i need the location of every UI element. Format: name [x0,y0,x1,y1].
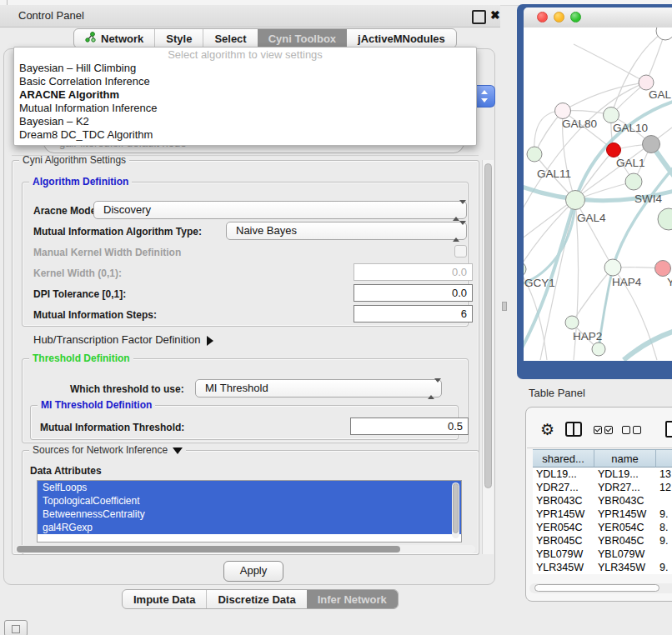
apply-button[interactable]: Apply [223,561,283,582]
mi-algorithm-type-value: Naive Bayes [236,222,297,239]
list-vertical-scrollbar[interactable] [452,482,459,538]
column-header-name[interactable]: name [594,449,656,468]
network-node[interactable] [656,28,672,40]
file-icon[interactable] [665,421,672,438]
network-node[interactable] [527,147,542,162]
select-all-icon[interactable] [604,426,613,434]
tab-network[interactable]: Network [74,29,154,48]
network-node-labels: GAL GAL80 GAL10 GAL1 GAL11 SWI4 GAL4 GCY… [524,88,672,342]
scrollbar-thumb[interactable] [17,546,400,552]
dropdown-item[interactable]: Basic Correlation Inference [14,75,476,88]
tab-impute-data[interactable]: Impute Data [123,590,206,608]
deselect-all-icon[interactable] [622,426,630,434]
tab-cyni-toolbox[interactable]: Cyni Toolbox [258,29,347,48]
columns-icon[interactable] [565,422,582,437]
table-toolbar: ⚙ [527,412,672,448]
node-label: GAL [649,88,672,101]
data-attributes-list[interactable]: SelfLoops TopologicalCoefficient Between… [37,480,462,542]
which-threshold-label: Which threshold to use: [70,383,184,395]
which-threshold-value: MI Threshold [205,380,268,397]
network-node[interactable] [565,316,579,329]
network-node[interactable] [658,208,672,230]
network-node[interactable] [604,108,619,123]
node-label: GAL10 [613,122,648,134]
mi-algorithm-type-combo[interactable]: Naive Bayes [226,222,467,240]
application-screen: Control Panel ✖ Network Style Select Cyn… [0,0,672,635]
algorithm-combo-button[interactable] [475,85,495,108]
window-minimize-button[interactable] [554,12,564,22]
data-attributes-label: Data Attributes [30,465,102,477]
aracne-mode-combo[interactable]: Discovery [93,201,467,219]
network-node[interactable] [625,173,642,190]
table-horizontal-scrollbar[interactable] [529,583,672,593]
network-node-selected[interactable] [607,143,621,158]
dropdown-item[interactable]: Bayesian – Hill Climbing [14,62,476,75]
dropdown-item[interactable]: Dream8 DC_TDC Algorithm [14,128,476,142]
node-label: GAL80 [562,118,597,130]
float-window-icon[interactable] [472,10,486,24]
tab-select[interactable]: Select [203,29,257,48]
dropdown-placeholder: Select algorithm to view settings [14,48,476,62]
panel-divider-grip[interactable] [502,302,507,311]
list-item-selected[interactable]: BetweennessCentrality [38,508,461,521]
cyni-algorithm-settings-title: Cyni Algorithm Settings [19,154,129,166]
window-close-button[interactable] [537,12,548,22]
settings-horizontal-scrollbar[interactable] [15,545,475,553]
column-header-partial[interactable] [656,449,672,468]
dropdown-item[interactable]: Bayesian – K2 [14,115,476,128]
control-panel-tabbar: Network Style Select Cyni Toolbox jActiv… [73,28,457,48]
hub-definition-toggle[interactable]: Hub/Transcription Factor Definition [33,333,213,346]
node-label: HAP2 [573,330,602,342]
column-header-shared[interactable]: shared... [533,449,594,468]
deselect-all-icon[interactable] [633,426,641,434]
dropdown-item[interactable]: Mutual Information Inference [14,102,476,115]
scrollbar-thumb[interactable] [484,163,492,488]
algorithm-definition-title: Algorithm Definition [29,176,132,188]
list-item-selected[interactable]: TopologicalCoefficient [38,494,461,508]
close-icon[interactable]: ✖ [490,7,500,23]
manual-kernel-width-checkbox[interactable] [454,245,467,258]
select-all-icon[interactable] [594,426,602,434]
network-node[interactable] [655,261,671,277]
panel-corner-button[interactable] [4,620,28,635]
table-header: shared... name [533,449,672,468]
node-label: GAL1 [616,157,645,169]
hidden-groupbox-edge [12,155,479,156]
combo-stepper-icon [428,382,435,395]
network-window-titlebar[interactable] [524,8,672,28]
kernel-width-field[interactable]: 0.0 [354,263,473,281]
network-node[interactable] [643,136,660,153]
scrollbar-thumb[interactable] [453,483,459,533]
list-item-selected[interactable]: gal4RGexp [38,521,461,534]
tab-jactivemnodules[interactable]: jActiveMNodules [347,29,456,48]
window-zoom-button[interactable] [570,12,581,22]
network-node[interactable] [566,191,585,210]
network-canvas[interactable]: GAL GAL80 GAL10 GAL1 GAL11 SWI4 GAL4 GCY… [524,28,672,361]
network-node[interactable] [604,259,621,276]
tab-infer-network[interactable]: Infer Network [307,590,398,608]
settings-vertical-scrollbar[interactable] [482,160,494,554]
sources-title[interactable]: Sources for Network Inference [29,444,186,456]
scrollbar-thumb[interactable] [534,584,659,592]
tab-style[interactable]: Style [154,29,203,48]
network-icon [85,32,96,45]
mi-steps-field[interactable]: 6 [354,305,473,322]
network-node[interactable] [555,103,571,119]
manual-kernel-width-label: Manual Kernel Width Definition [33,247,181,258]
dropdown-item-selected[interactable]: ARACNE Algorithm [14,88,476,102]
which-threshold-combo[interactable]: MI Threshold [195,379,442,398]
dpi-tolerance-field[interactable]: 0.0 [354,284,473,302]
network-node[interactable] [524,262,526,277]
mi-threshold-label: Mutual Information Threshold: [40,422,184,433]
tab-network-label: Network [101,32,143,45]
mi-algorithm-type-label: Mutual Information Algorithm Type: [33,226,202,238]
list-item-selected[interactable]: SelfLoops [38,481,461,494]
network-node[interactable] [592,342,605,356]
algorithm-dropdown-popup: Select algorithm to view settings Bayesi… [13,47,477,146]
table-body: YDL19...YDL19...13 YDR27...YDR27...12 YB… [533,468,672,574]
node-label: GAL4 [577,212,606,224]
gear-icon[interactable]: ⚙ [540,418,554,440]
cyni-bottom-tabbar: Impute Data Discretize Data Infer Networ… [122,589,399,609]
tab-discretize-data[interactable]: Discretize Data [206,590,306,608]
mi-threshold-field[interactable]: 0.5 [350,418,469,435]
